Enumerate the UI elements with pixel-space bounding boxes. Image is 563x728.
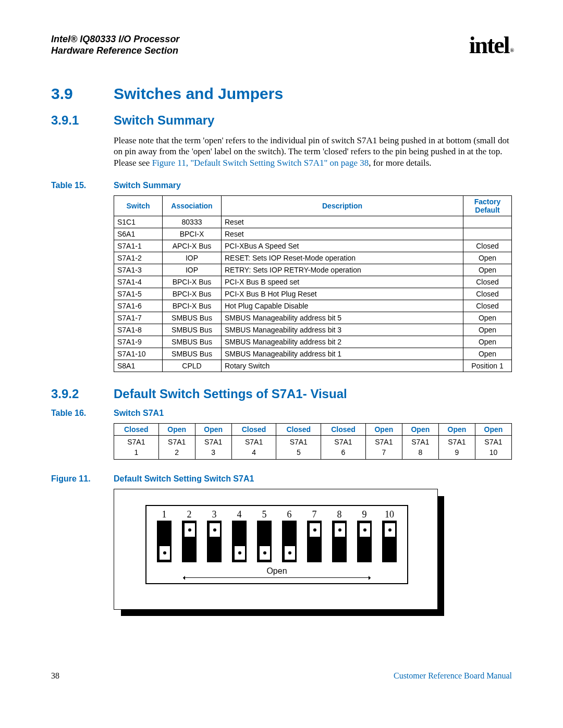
pin-knob (184, 523, 195, 537)
pin-dot-icon (313, 528, 316, 532)
pin-slot (207, 521, 222, 562)
title-3-9: Switches and Jumpers (114, 85, 283, 102)
th-state: Open (438, 423, 475, 435)
pin-knob (209, 523, 221, 537)
dip-switch-pin: 9 (354, 509, 375, 562)
pin-number: 6 (287, 509, 292, 521)
cell-association: BPCI-X Bus (163, 288, 222, 300)
pin-knob (284, 546, 296, 560)
open-arrow (183, 577, 371, 578)
th-state: Open (195, 423, 231, 435)
heading-3-9-1: 3.9.1Switch Summary (51, 113, 512, 128)
cell-switch: S8A1 (114, 360, 163, 372)
pin-dot-icon (163, 551, 166, 554)
cell-switch: S6A1 (114, 228, 163, 240)
pin-knob (359, 523, 371, 537)
cell-switch-pin: S7A110 (475, 436, 511, 460)
cell-switch: S7A1-6 (114, 300, 163, 312)
pin-number: 5 (262, 509, 267, 521)
title-3-9-1: Switch Summary (114, 113, 214, 127)
pin-slot (182, 521, 197, 562)
cell-description: Reset (222, 228, 463, 240)
table-row: S7A1-4BPCI-X BusPCI-X Bus B speed setClo… (114, 276, 512, 288)
table16-caption: Table 16.Switch S7A1 (51, 409, 512, 418)
dip-row: 12345678910 (146, 509, 407, 562)
figure11: 12345678910 Open (114, 489, 447, 619)
heading-3-9: 3.9Switches and Jumpers (51, 85, 512, 103)
cell-switch: S7A1-7 (114, 312, 163, 324)
page-footer: 38 Customer Reference Board Manual (51, 671, 512, 681)
figure11-caption-title: Default Switch Setting Switch S7A1 (114, 474, 254, 483)
cell-description: PCI-X Bus B Hot Plug Reset (222, 288, 463, 300)
pin-dot-icon (238, 551, 241, 554)
open-label: Open (261, 566, 292, 576)
cell-switch: S7A1-10 (114, 348, 163, 360)
cell-default: Position 1 (463, 360, 512, 372)
pin-number: 10 (385, 509, 394, 521)
page-header: Intel® IQ80333 I/O Processor Hardware Re… (51, 31, 512, 59)
dip-switch: 12345678910 Open (145, 505, 408, 584)
secnum-3-9: 3.9 (51, 85, 114, 103)
pin-dot-icon (338, 528, 341, 532)
pin-number: 3 (212, 509, 217, 521)
pin-slot (232, 521, 247, 562)
cell-description: SMBUS Manageability address bit 2 (222, 336, 463, 348)
th-state: Open (158, 423, 195, 435)
cell-association: BPCI-X Bus (163, 276, 222, 288)
pin-slot (357, 521, 372, 562)
table-row: S7A1-3IOPRETRY: Sets IOP RETRY-Mode oper… (114, 264, 512, 276)
pin-slot (332, 521, 347, 562)
intel-logo: intel® (469, 31, 512, 59)
table-row: S6A1BPCI-XReset (114, 228, 512, 240)
th-association: Association (163, 195, 222, 216)
pin-number: 9 (362, 509, 367, 521)
th-state: Open (365, 423, 402, 435)
pin-number: 1 (162, 509, 167, 521)
pin-knob (309, 523, 321, 537)
figure11-caption-num: Figure 11. (51, 474, 114, 484)
cell-description: Reset (222, 216, 463, 228)
th-factory-default: FactoryDefault (463, 195, 512, 216)
figure-link[interactable]: Figure 11, "Default Switch Setting Switc… (152, 158, 369, 168)
table-row: S7A1-8SMBUS BusSMBUS Manageability addre… (114, 324, 512, 336)
cell-default (463, 216, 512, 228)
pin-number: 4 (237, 509, 242, 521)
table-row: S1C180333Reset (114, 216, 512, 228)
cell-association: SMBUS Bus (163, 312, 222, 324)
cell-description: RESET: Sets IOP Reset-Mode operation (222, 252, 463, 264)
dip-switch-pin: 10 (379, 509, 400, 562)
cell-default (463, 228, 512, 240)
cell-switch: S7A1-5 (114, 288, 163, 300)
pin-dot-icon (263, 551, 266, 554)
cell-default: Closed (463, 240, 512, 252)
dip-switch-pin: 6 (279, 509, 300, 562)
cell-default: Open (463, 312, 512, 324)
doc-title-footer: Customer Reference Board Manual (394, 671, 512, 681)
pin-knob (334, 523, 346, 537)
pin-number: 7 (312, 509, 317, 521)
cell-description: PCI-XBus A Speed Set (222, 240, 463, 252)
table-row: S7A1-10SMBUS BusSMBUS Manageability addr… (114, 348, 512, 360)
cell-association: BPCI-X (163, 228, 222, 240)
dip-switch-pin: 2 (179, 509, 200, 562)
dip-switch-pin: 1 (154, 509, 175, 562)
cell-switch: S1C1 (114, 216, 163, 228)
page-number: 38 (51, 671, 59, 681)
cell-association: SMBUS Bus (163, 348, 222, 360)
cell-switch-pin: S7A19 (438, 436, 475, 460)
cell-switch: S7A1-4 (114, 276, 163, 288)
pin-knob (259, 546, 271, 560)
table16-header-row: ClosedOpenOpenClosedClosedClosedOpenOpen… (114, 423, 512, 435)
table16: ClosedOpenOpenClosedClosedClosedOpenOpen… (114, 423, 512, 460)
th-state: Closed (231, 423, 276, 435)
pin-knob (234, 546, 246, 560)
th-description: Description (222, 195, 463, 216)
th-state: Closed (276, 423, 321, 435)
header-section: Hardware Reference Section (51, 45, 179, 57)
cell-association: APCI-X Bus (163, 240, 222, 252)
pin-knob (159, 546, 170, 560)
figure11-caption: Figure 11.Default Switch Setting Switch … (51, 474, 512, 484)
cell-association: CPLD (163, 360, 222, 372)
cell-association: SMBUS Bus (163, 324, 222, 336)
cell-switch: S7A1-3 (114, 264, 163, 276)
